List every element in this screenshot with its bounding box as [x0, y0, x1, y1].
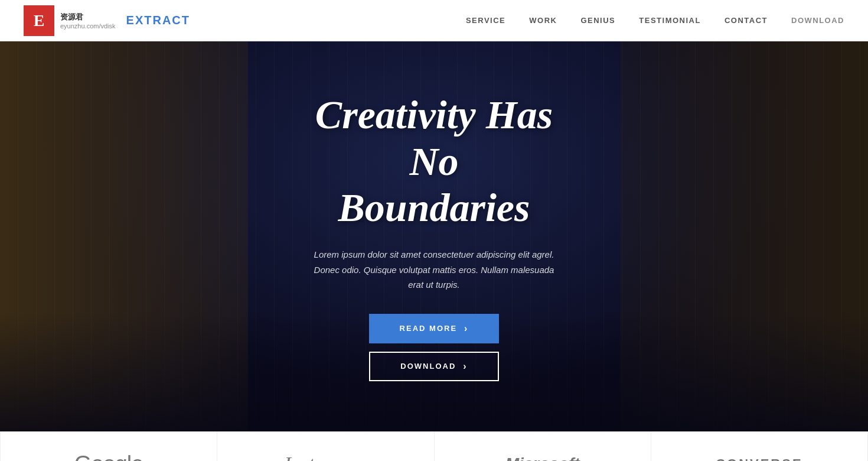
brands-section: Google Instagram Microsoft CONVERSE: [0, 431, 868, 461]
instagram-logo: Instagram: [284, 453, 367, 461]
hero-title-line1: Creativity Has: [315, 92, 553, 137]
converse-logo: CONVERSE: [716, 456, 802, 461]
nav-download[interactable]: DOWNLOAD: [791, 16, 844, 25]
hero-subtitle: Lorem ipsum dolor sit amet consectetuer …: [310, 247, 558, 293]
nav-contact[interactable]: CONTACT: [725, 16, 768, 25]
read-more-button[interactable]: READ MORE ›: [369, 314, 499, 343]
logo-sub: eyunzhu.com/vdisk: [60, 22, 116, 30]
logo-chinese: 资源君: [60, 12, 116, 22]
header: E 资源君 eyunzhu.com/vdisk EXTRACT SERVICE …: [0, 0, 868, 41]
download-label: DOWNLOAD: [400, 362, 456, 371]
logo-extract: EXTRACT: [126, 14, 190, 27]
nav-testimonial[interactable]: TESTIMONIAL: [639, 16, 701, 25]
google-logo: Google: [74, 452, 143, 462]
nav-genius[interactable]: GENIUS: [580, 16, 615, 25]
download-button[interactable]: DOWNLOAD ›: [369, 352, 499, 381]
hero-section: Creativity Has No Boundaries Lorem ipsum…: [0, 41, 868, 431]
read-more-label: READ MORE: [400, 324, 457, 333]
logo-icon: E: [24, 5, 54, 36]
brand-microsoft: Microsoft: [435, 431, 651, 461]
download-arrow: ›: [463, 361, 467, 372]
hero-title-line2: No: [409, 139, 458, 184]
logo-area: E 资源君 eyunzhu.com/vdisk EXTRACT: [24, 5, 190, 36]
brand-converse: CONVERSE: [651, 431, 868, 461]
hero-title: Creativity Has No Boundaries: [315, 92, 553, 230]
nav-work[interactable]: WORK: [529, 16, 557, 25]
read-more-arrow: ›: [464, 323, 468, 334]
hero-content: Creativity Has No Boundaries Lorem ipsum…: [0, 41, 868, 431]
nav-service[interactable]: SERVICE: [466, 16, 505, 25]
brand-instagram: Instagram: [217, 431, 434, 461]
microsoft-logo: Microsoft: [505, 454, 580, 461]
logo-text-area: 资源君 eyunzhu.com/vdisk: [60, 12, 116, 30]
main-nav: SERVICE WORK GENIUS TESTIMONIAL CONTACT …: [466, 16, 844, 25]
brand-google: Google: [0, 431, 217, 461]
hero-title-line3: Boundaries: [338, 185, 530, 230]
